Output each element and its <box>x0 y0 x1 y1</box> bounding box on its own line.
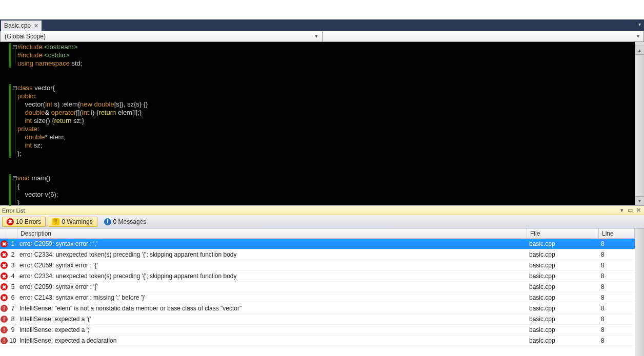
filter-errors-label: 10 Errors <box>16 218 41 225</box>
error-description: error C2059: syntax error : ',' <box>17 240 527 247</box>
error-row[interactable]: ✖4error C2334: unexpected token(s) prece… <box>0 271 635 282</box>
error-description: IntelliSense: expected a declaration <box>17 337 527 344</box>
error-row[interactable]: !8IntelliSense: expected a '('basic.cpp8 <box>0 314 635 325</box>
chevron-down-icon: ▼ <box>314 34 319 39</box>
scope-dropdown-left[interactable]: (Global Scope) ▼ <box>1 31 323 41</box>
scope-dropdown-right[interactable]: ▼ <box>323 31 644 41</box>
error-line: 8 <box>599 273 635 280</box>
error-icon: ✖ <box>1 240 8 247</box>
col-header-line[interactable]: Line <box>599 228 635 238</box>
outline-collapse-icon[interactable] <box>13 45 17 49</box>
error-line: 8 <box>599 240 635 247</box>
error-row[interactable]: !7IntelliSense: "elem" is not a nonstati… <box>0 303 635 314</box>
error-row-number: 9 <box>8 326 17 333</box>
error-grid-scrollbar[interactable] <box>635 228 644 356</box>
scroll-down-icon[interactable]: ▼ <box>635 196 644 205</box>
error-row[interactable]: !10IntelliSense: expected a declarationb… <box>0 336 635 346</box>
error-list-title: Error List <box>2 207 25 214</box>
error-line: 8 <box>599 337 635 344</box>
error-row[interactable]: ✖3error C2059: syntax error : '{'basic.c… <box>0 260 635 271</box>
code-area[interactable]: #include <iostream>#include <cstdio>usin… <box>17 42 635 205</box>
error-file: basic.cpp <box>527 251 599 258</box>
error-description: IntelliSense: expected a '(' <box>17 316 527 323</box>
error-row-number: 3 <box>8 262 17 269</box>
navigation-scope-bar: (Global Scope) ▼ ▼ <box>0 31 644 42</box>
col-header-icon[interactable] <box>0 228 8 238</box>
error-description: error C2334: unexpected token(s) precedi… <box>17 251 527 258</box>
error-line: 8 <box>599 251 635 258</box>
error-row-number: 5 <box>8 283 17 290</box>
error-file: basic.cpp <box>527 337 599 344</box>
error-line: 8 <box>599 262 635 269</box>
error-line: 8 <box>599 326 635 333</box>
error-icon: ✖ <box>1 262 8 269</box>
filter-messages-label: 0 Messages <box>113 218 147 225</box>
col-header-description[interactable]: Description <box>17 228 527 238</box>
filter-errors-button[interactable]: ✖ 10 Errors <box>2 217 46 227</box>
error-grid-header[interactable]: Description File Line <box>0 228 635 239</box>
info-icon: i <box>104 218 111 225</box>
split-handle[interactable] <box>635 42 644 46</box>
error-file: basic.cpp <box>527 283 599 290</box>
scroll-up-icon[interactable]: ▲ <box>635 46 644 55</box>
error-line: 8 <box>599 316 635 323</box>
editor-gutter[interactable] <box>0 42 17 205</box>
change-indicator <box>9 174 11 207</box>
filter-warnings-label: 0 Warnings <box>62 218 92 225</box>
error-row[interactable]: ✖2error C2334: unexpected token(s) prece… <box>0 249 635 260</box>
error-row-number: 8 <box>8 316 17 323</box>
document-tab-strip: Basic.cpp ✕ ▾ <box>0 19 644 31</box>
error-file: basic.cpp <box>527 326 599 333</box>
error-grid-body[interactable]: ✖1error C2059: syntax error : ','basic.c… <box>0 239 635 356</box>
error-file: basic.cpp <box>527 262 599 269</box>
code-editor[interactable]: #include <iostream>#include <cstdio>usin… <box>0 42 644 205</box>
error-row[interactable]: !9IntelliSense: expected a ';'basic.cpp8 <box>0 325 635 336</box>
change-indicator <box>9 84 11 158</box>
filter-messages-button[interactable]: i 0 Messages <box>99 217 151 227</box>
error-line: 8 <box>599 305 635 312</box>
error-file: basic.cpp <box>527 240 599 247</box>
document-tab-label: Basic.cpp <box>4 22 31 29</box>
intellisense-icon: ! <box>1 326 8 333</box>
error-list-panel: Error List ▾ ▭ ✕ ✖ 10 Errors 0 Warnings … <box>0 205 644 356</box>
window-top-blank <box>0 0 644 19</box>
error-description: error C2059: syntax error : '{' <box>17 262 527 269</box>
document-tab-active[interactable]: Basic.cpp ✕ <box>1 20 42 31</box>
intellisense-icon: ! <box>1 337 8 344</box>
filter-warnings-button[interactable]: 0 Warnings <box>48 217 97 227</box>
chevron-down-icon: ▼ <box>636 34 640 39</box>
outline-collapse-icon[interactable] <box>13 86 17 90</box>
error-filter-toolbar: ✖ 10 Errors 0 Warnings i 0 Messages <box>0 215 644 228</box>
error-line: 8 <box>599 283 635 290</box>
close-icon[interactable]: ✕ <box>635 207 642 214</box>
error-file: basic.cpp <box>527 305 599 312</box>
error-icon: ✖ <box>1 283 8 290</box>
error-row-number: 7 <box>8 305 17 312</box>
error-row[interactable]: ✖1error C2059: syntax error : ','basic.c… <box>0 239 635 249</box>
col-header-num[interactable] <box>8 228 17 238</box>
error-row[interactable]: ✖5error C2059: syntax error : '{'basic.c… <box>0 282 635 292</box>
error-description: error C2059: syntax error : '{' <box>17 283 527 290</box>
warning-icon <box>52 218 59 225</box>
error-icon: ✖ <box>1 273 8 280</box>
error-row-number: 1 <box>8 240 17 247</box>
error-description: IntelliSense: expected a ';' <box>17 326 527 333</box>
tab-overflow-icon[interactable]: ▾ <box>638 22 641 27</box>
outline-collapse-icon[interactable] <box>13 176 17 180</box>
pin-icon[interactable]: ▭ <box>627 207 634 214</box>
error-file: basic.cpp <box>527 273 599 280</box>
error-icon: ✖ <box>1 294 8 301</box>
col-header-file[interactable]: File <box>527 228 599 238</box>
scope-left-value: (Global Scope) <box>5 33 46 40</box>
panel-menu-icon[interactable]: ▾ <box>618 207 626 214</box>
error-file: basic.cpp <box>527 316 599 323</box>
editor-vertical-scrollbar[interactable]: ▲ ▼ <box>635 42 644 205</box>
error-list-titlebar[interactable]: Error List ▾ ▭ ✕ <box>0 206 644 215</box>
error-file: basic.cpp <box>527 294 599 301</box>
error-description: error C2143: syntax error : missing ';' … <box>17 294 527 301</box>
error-row[interactable]: ✖6error C2143: syntax error : missing ';… <box>0 292 635 303</box>
error-description: IntelliSense: "elem" is not a nonstatic … <box>17 305 527 312</box>
close-icon[interactable]: ✕ <box>34 23 38 29</box>
error-line: 8 <box>599 294 635 301</box>
error-row-number: 6 <box>8 294 17 301</box>
